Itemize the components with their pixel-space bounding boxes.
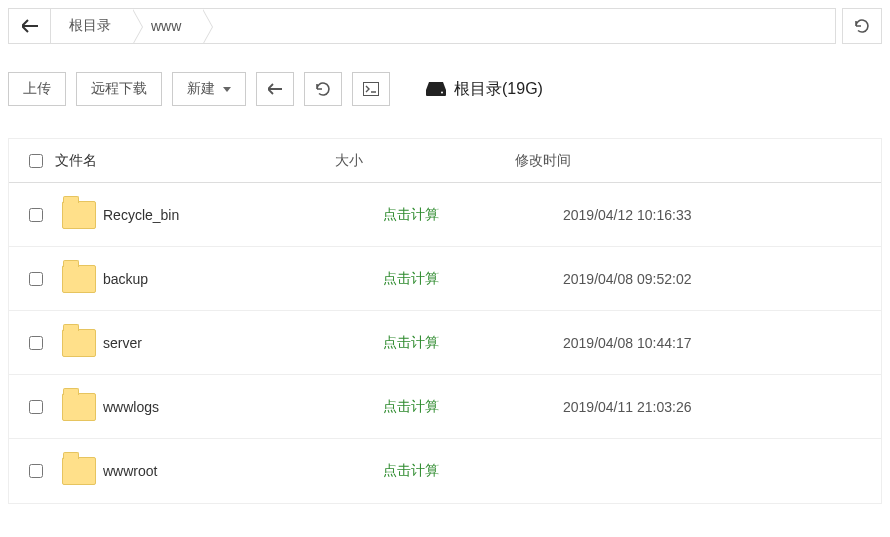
svg-point-1 bbox=[441, 92, 443, 94]
file-name[interactable]: backup bbox=[103, 271, 383, 287]
new-button[interactable]: 新建 bbox=[172, 72, 246, 106]
folder-icon bbox=[62, 329, 96, 357]
toolbar-refresh-button[interactable] bbox=[304, 72, 342, 106]
file-mtime: 2019/04/12 10:16:33 bbox=[563, 207, 875, 223]
button-label: 新建 bbox=[187, 80, 215, 98]
refresh-button[interactable] bbox=[842, 8, 882, 44]
size-calc-link[interactable]: 点击计算 bbox=[383, 270, 439, 286]
size-calc-link[interactable]: 点击计算 bbox=[383, 334, 439, 350]
breadcrumb-root[interactable]: 根目录 bbox=[51, 9, 133, 43]
breadcrumb: 根目录 www bbox=[8, 8, 836, 44]
folder-icon bbox=[62, 201, 96, 229]
upload-button[interactable]: 上传 bbox=[8, 72, 66, 106]
size-calc-link[interactable]: 点击计算 bbox=[383, 206, 439, 222]
toolbar: 上传 远程下载 新建 根目录(19G) bbox=[8, 72, 882, 106]
file-name[interactable]: Recycle_bin bbox=[103, 207, 383, 223]
breadcrumb-label: 根目录 bbox=[69, 17, 111, 35]
row-checkbox[interactable] bbox=[29, 464, 43, 478]
refresh-icon bbox=[315, 81, 331, 97]
header-mtime[interactable]: 修改时间 bbox=[515, 152, 875, 170]
size-calc-link[interactable]: 点击计算 bbox=[383, 462, 439, 478]
table-row[interactable]: backup点击计算2019/04/08 09:52:02 bbox=[9, 247, 881, 311]
back-button[interactable] bbox=[9, 9, 51, 43]
file-table: 文件名 大小 修改时间 Recycle_bin点击计算2019/04/12 10… bbox=[8, 138, 882, 504]
header-name[interactable]: 文件名 bbox=[55, 152, 335, 170]
breadcrumb-label: www bbox=[151, 18, 181, 34]
terminal-button[interactable] bbox=[352, 72, 390, 106]
chevron-down-icon bbox=[223, 87, 231, 92]
button-label: 上传 bbox=[23, 80, 51, 98]
disk-indicator: 根目录(19G) bbox=[426, 79, 543, 100]
arrow-left-icon bbox=[22, 19, 38, 33]
row-checkbox[interactable] bbox=[29, 272, 43, 286]
row-checkbox[interactable] bbox=[29, 208, 43, 222]
select-all-checkbox[interactable] bbox=[29, 154, 43, 168]
disk-label: 根目录(19G) bbox=[454, 79, 543, 100]
remote-download-button[interactable]: 远程下载 bbox=[76, 72, 162, 106]
file-name[interactable]: wwwroot bbox=[103, 463, 383, 479]
file-mtime: 2019/04/08 09:52:02 bbox=[563, 271, 875, 287]
folder-icon bbox=[62, 393, 96, 421]
arrow-left-icon bbox=[268, 83, 282, 95]
refresh-icon bbox=[854, 18, 870, 34]
disk-icon bbox=[426, 82, 446, 96]
svg-rect-0 bbox=[364, 83, 379, 96]
file-mtime: 2019/04/08 10:44:17 bbox=[563, 335, 875, 351]
table-row[interactable]: wwwlogs点击计算2019/04/11 21:03:26 bbox=[9, 375, 881, 439]
row-checkbox[interactable] bbox=[29, 336, 43, 350]
table-row[interactable]: Recycle_bin点击计算2019/04/12 10:16:33 bbox=[9, 183, 881, 247]
button-label: 远程下载 bbox=[91, 80, 147, 98]
file-name[interactable]: server bbox=[103, 335, 383, 351]
size-calc-link[interactable]: 点击计算 bbox=[383, 398, 439, 414]
toolbar-back-button[interactable] bbox=[256, 72, 294, 106]
table-row[interactable]: wwwroot点击计算 bbox=[9, 439, 881, 503]
folder-icon bbox=[62, 457, 96, 485]
row-checkbox[interactable] bbox=[29, 400, 43, 414]
file-name[interactable]: wwwlogs bbox=[103, 399, 383, 415]
table-row[interactable]: server点击计算2019/04/08 10:44:17 bbox=[9, 311, 881, 375]
file-mtime: 2019/04/11 21:03:26 bbox=[563, 399, 875, 415]
terminal-icon bbox=[363, 82, 379, 96]
breadcrumb-www[interactable]: www bbox=[133, 9, 203, 43]
table-header: 文件名 大小 修改时间 bbox=[9, 139, 881, 183]
header-size[interactable]: 大小 bbox=[335, 152, 515, 170]
folder-icon bbox=[62, 265, 96, 293]
